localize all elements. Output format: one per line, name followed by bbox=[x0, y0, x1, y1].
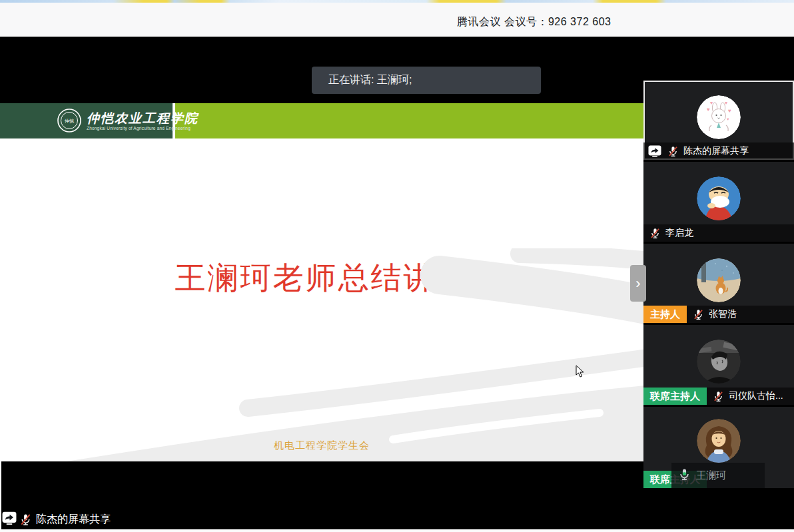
meeting-title: 腾讯会议 会议号：926 372 603 bbox=[457, 15, 611, 29]
svg-text:♥: ♥ bbox=[728, 108, 731, 114]
school-name-en: Zhongkai University of Agriculture and E… bbox=[87, 125, 198, 131]
speaking-toast: 正在讲话: 王澜珂; bbox=[312, 67, 541, 94]
participant-name: 王澜珂 bbox=[696, 469, 726, 482]
school-logo: 仲恺 仲恺农业工程学院 Zhongkai University of Agric… bbox=[57, 109, 198, 133]
mic-muted-icon bbox=[649, 228, 661, 239]
role-badge-host: 主持人 bbox=[643, 306, 687, 323]
participant-tile-cohost[interactable]: 联席主持人 司仪队古怡... bbox=[643, 325, 794, 405]
shared-screen-slide: 仲恺 仲恺农业工程学院 Zhongkai University of Agric… bbox=[0, 103, 643, 461]
avatar-princess bbox=[697, 419, 741, 463]
participant-tile[interactable]: 李启龙 bbox=[643, 162, 794, 242]
avatar-cat-photo bbox=[697, 258, 741, 302]
participant-tile-screen-share[interactable]: ♥ ♥ ♥ ♥ ♥ bbox=[643, 81, 794, 160]
participant-tile-host[interactable]: 主持人 张智浩 bbox=[643, 244, 794, 323]
slide-header-lime bbox=[175, 103, 643, 138]
mic-muted-icon bbox=[667, 146, 679, 157]
svg-text:仲恺: 仲恺 bbox=[65, 119, 74, 124]
svg-text:♥: ♥ bbox=[727, 117, 729, 121]
participant-name: 陈杰的屏幕共享 bbox=[683, 145, 749, 157]
window-edge-bottom bbox=[0, 529, 794, 532]
participant-label-row: 联席主持人 司仪队古怡... bbox=[643, 388, 794, 405]
svg-text:♥: ♥ bbox=[707, 107, 710, 113]
role-badge-cohost: 联席主持人 bbox=[643, 388, 707, 405]
avatar-bw-photo bbox=[697, 340, 741, 384]
participant-label-row: 李启龙 bbox=[643, 224, 794, 242]
participant-label-row: 王澜珂 bbox=[671, 463, 765, 488]
meeting-titlebar: 腾讯会议 会议号：926 372 603 bbox=[0, 3, 794, 37]
swoosh-graphic bbox=[0, 248, 643, 461]
avatar-cartoon-boy bbox=[697, 176, 741, 220]
bottom-share-indicator: 陈杰的屏幕共享 bbox=[2, 510, 111, 529]
participant-name: 张智浩 bbox=[709, 308, 737, 320]
svg-text:♥: ♥ bbox=[725, 101, 727, 105]
svg-text:♥: ♥ bbox=[710, 101, 713, 105]
screen-share-icon bbox=[648, 145, 661, 157]
participant-label-row: 陈杰的屏幕共享 bbox=[643, 142, 794, 160]
school-name-cn: 仲恺农业工程学院 bbox=[87, 111, 198, 125]
mic-muted-icon bbox=[693, 309, 704, 320]
mic-muted-icon bbox=[713, 391, 724, 402]
window-edge-left bbox=[0, 461, 1, 532]
school-seal-icon: 仲恺 bbox=[57, 109, 81, 133]
participant-label-row: 主持人 张智浩 bbox=[643, 306, 794, 323]
participant-name: 李启龙 bbox=[665, 227, 693, 239]
mic-muted-icon bbox=[19, 513, 32, 526]
meeting-window: 腾讯会议 会议号：926 372 603 正在讲话: 王澜珂; 仲恺 仲恺农业工… bbox=[0, 0, 794, 532]
avatar-bunny: ♥ ♥ ♥ ♥ ♥ bbox=[697, 95, 741, 139]
slide-footer: 机电工程学院学生会 bbox=[0, 439, 643, 452]
mouse-cursor-icon bbox=[576, 365, 585, 378]
speaking-toast-text: 正在讲话: 王澜珂; bbox=[328, 73, 412, 87]
panel-collapse-button[interactable]: › bbox=[630, 265, 646, 302]
mic-speaking-icon bbox=[678, 468, 691, 483]
share-source-label: 陈杰的屏幕共享 bbox=[36, 513, 111, 527]
chevron-right-icon: › bbox=[635, 275, 640, 292]
participant-name: 司仪队古怡... bbox=[729, 390, 783, 402]
screen-share-icon bbox=[2, 511, 17, 527]
participant-tile-speaker[interactable]: 联席主持人 王澜珂 bbox=[643, 407, 794, 488]
